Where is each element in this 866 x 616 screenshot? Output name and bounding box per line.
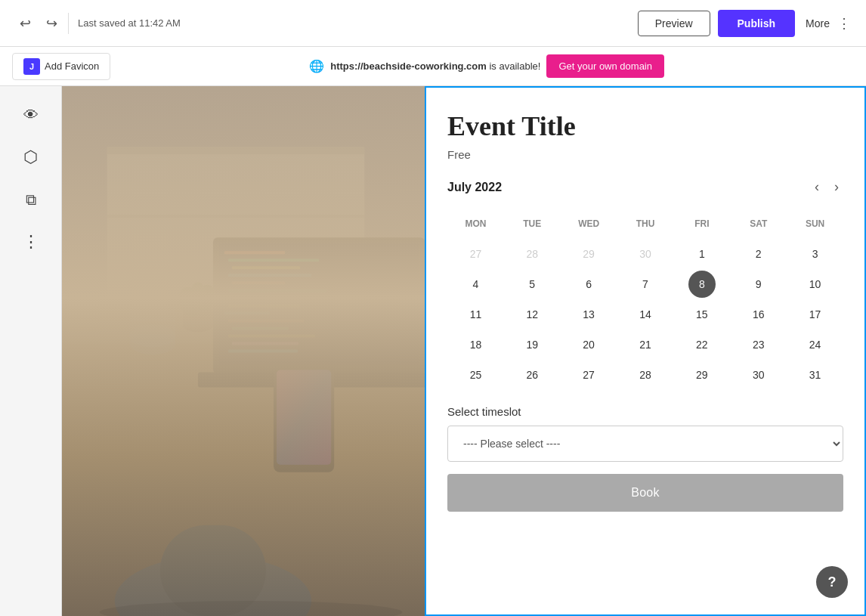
undo-button[interactable]: ↩	[15, 12, 36, 35]
weekday-tue: TUE	[518, 210, 546, 237]
calendar-week-3: 11 12 13 14 15 16 17	[447, 299, 843, 330]
cal-day[interactable]: 19	[518, 331, 546, 358]
calendar-header: July 2022 ‹ ›	[447, 178, 843, 197]
cal-day[interactable]: 20	[575, 331, 602, 358]
svg-rect-7	[219, 243, 419, 364]
publish-button[interactable]: Publish	[718, 10, 796, 37]
more-dots-button[interactable]: ⋮	[837, 15, 851, 32]
cal-day[interactable]: 7	[632, 271, 659, 298]
copy-icon-button[interactable]: ⧉	[11, 180, 51, 219]
redo-button[interactable]: ↪	[42, 12, 62, 35]
cal-day[interactable]: 2	[745, 240, 772, 268]
svg-rect-17	[228, 319, 304, 322]
svg-rect-0	[62, 86, 425, 616]
svg-rect-5	[107, 215, 364, 218]
calendar-nav: ‹ ›	[810, 178, 843, 197]
domain-center: 🌐 https://beachside-coworking.com is ava…	[309, 54, 664, 78]
cal-day-selected[interactable]: 8	[688, 271, 716, 298]
cal-day[interactable]: 13	[575, 301, 602, 328]
svg-rect-6	[213, 237, 425, 373]
cal-day[interactable]: 1	[688, 240, 716, 268]
badge-icon: ⬡	[23, 147, 38, 167]
cal-day[interactable]: 27	[462, 240, 489, 268]
svg-rect-14	[232, 296, 296, 299]
svg-rect-24	[130, 298, 175, 343]
svg-point-36	[100, 601, 403, 616]
cal-day[interactable]: 16	[745, 301, 772, 328]
domain-url: https://beachside-coworking.com is avail…	[330, 60, 540, 72]
svg-rect-31	[274, 367, 334, 472]
calendar-weekdays: MON TUE WED THU FRI SAT SUN	[447, 209, 843, 239]
cal-day[interactable]: 29	[575, 240, 602, 268]
cal-day[interactable]: 25	[462, 361, 489, 388]
more-options-button[interactable]: ⋮	[11, 222, 51, 262]
prev-month-button[interactable]: ‹	[810, 178, 824, 197]
svg-rect-16	[224, 311, 270, 314]
book-button[interactable]: Book	[447, 474, 843, 512]
cal-day[interactable]: 28	[518, 240, 546, 268]
cal-day[interactable]: 11	[462, 301, 489, 328]
preview-button[interactable]: Preview	[638, 11, 710, 36]
event-price: Free	[447, 148, 843, 161]
svg-rect-32	[277, 370, 331, 465]
sidebar: 👁 ⬡ ⧉ ⋮	[0, 86, 62, 616]
cal-day[interactable]: 4	[462, 271, 489, 298]
svg-point-28	[175, 283, 206, 320]
cal-day[interactable]: 18	[462, 331, 489, 358]
cal-day[interactable]: 30	[745, 361, 772, 388]
globe-icon: 🌐	[309, 59, 324, 73]
toolbar: ↩ ↪ Last saved at 11:42 AM Preview Publi…	[0, 0, 866, 47]
toolbar-left: ↩ ↪ Last saved at 11:42 AM	[15, 12, 181, 35]
next-month-button[interactable]: ›	[830, 178, 843, 197]
cal-day[interactable]: 10	[802, 271, 829, 298]
timeslot-select[interactable]: ---- Please select ----	[447, 426, 843, 462]
cal-day[interactable]: 3	[802, 240, 829, 268]
cal-day[interactable]: 12	[518, 301, 546, 328]
svg-rect-27	[183, 309, 213, 328]
cal-day[interactable]: 15	[688, 301, 716, 328]
svg-rect-21	[228, 349, 298, 352]
svg-rect-2	[62, 298, 425, 343]
svg-rect-1	[62, 298, 425, 616]
cal-day[interactable]: 23	[745, 331, 772, 358]
cal-day[interactable]: 5	[518, 271, 546, 298]
favicon-icon: J	[23, 58, 40, 75]
svg-rect-9	[228, 258, 319, 262]
cal-day[interactable]: 17	[802, 301, 829, 328]
cal-day[interactable]: 28	[632, 361, 659, 388]
add-favicon-button[interactable]: J Add Favicon	[12, 53, 110, 80]
svg-rect-4	[107, 147, 364, 154]
help-button[interactable]: ?	[816, 566, 848, 598]
svg-point-30	[190, 282, 206, 306]
copy-icon: ⧉	[26, 191, 36, 209]
badge-icon-button[interactable]: ⬡	[11, 138, 51, 177]
timeslot-label: Select timeslot	[447, 405, 843, 418]
cal-day[interactable]: 21	[632, 331, 659, 358]
cal-day[interactable]: 27	[575, 361, 602, 388]
cal-day[interactable]: 26	[518, 361, 546, 388]
eye-icon-button[interactable]: 👁	[11, 95, 51, 135]
weekday-sat: SAT	[745, 210, 772, 237]
cal-day[interactable]: 6	[575, 271, 602, 298]
cal-day[interactable]: 31	[802, 361, 829, 388]
svg-point-29	[193, 283, 218, 314]
cal-day[interactable]: 30	[632, 240, 659, 268]
cal-day[interactable]: 22	[688, 331, 716, 358]
event-card: Event Title Free July 2022 ‹ › MON TUE W	[425, 86, 866, 616]
cal-day[interactable]: 29	[688, 361, 716, 388]
svg-rect-35	[160, 525, 266, 616]
workspace-image	[62, 86, 425, 616]
cal-day[interactable]: 9	[745, 271, 772, 298]
svg-rect-12	[232, 281, 285, 284]
get-domain-button[interactable]: Get your own domain	[546, 54, 664, 78]
svg-rect-11	[228, 274, 311, 277]
weekday-thu: THU	[632, 210, 659, 237]
cal-day[interactable]: 24	[802, 331, 829, 358]
svg-point-26	[183, 317, 213, 332]
main-content: 👁 ⬡ ⧉ ⋮	[0, 86, 866, 616]
svg-rect-19	[228, 334, 315, 337]
cal-day[interactable]: 14	[632, 301, 659, 328]
more-button[interactable]: More	[806, 17, 830, 29]
svg-rect-3	[107, 147, 364, 298]
image-section	[62, 86, 425, 616]
